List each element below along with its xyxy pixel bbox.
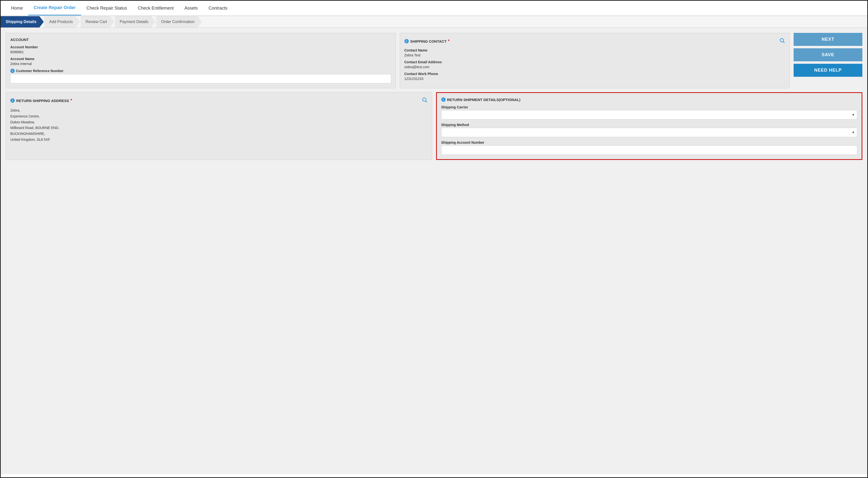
step-order-confirmation[interactable]: Order Confirmation <box>156 16 202 28</box>
nav-check-repair-status[interactable]: Check Repair Status <box>81 1 132 15</box>
return-shipment-details-card: i RETURN SHIPMENT DETAILS(OPTIONAL) Ship… <box>436 92 863 160</box>
svg-line-3 <box>426 101 427 103</box>
shipping-method-select[interactable] <box>441 128 858 137</box>
contact-phone-value: 1231231233 <box>404 77 785 81</box>
shipping-contact-search-button[interactable] <box>779 37 785 45</box>
contact-name-value: Zebra Test <box>404 53 785 57</box>
step-payment-details[interactable]: Payment Details <box>115 16 156 28</box>
shipping-carrier-select-wrapper <box>441 110 858 120</box>
return-shipment-title-text: RETURN SHIPMENT DETAILS(OPTIONAL) <box>447 98 521 102</box>
nav-check-entitlement[interactable]: Check Entitlement <box>132 1 179 15</box>
svg-point-2 <box>423 98 426 101</box>
account-card-title: ACCOUNT <box>10 37 391 42</box>
customer-ref-info-icon: i <box>10 69 15 73</box>
shipping-account-number-input[interactable] <box>441 145 858 155</box>
main-content: ACCOUNT Account Number 6088861 Account N… <box>1 28 867 474</box>
account-card: ACCOUNT Account Number 6088861 Account N… <box>6 33 396 88</box>
bottom-row: i RETURN SHIPPING ADDRESS * Zebra, Exper… <box>6 92 862 160</box>
account-number-value: 6088861 <box>10 50 391 54</box>
shipping-method-select-wrapper <box>441 128 858 137</box>
shipping-contact-info-icon: i <box>404 39 409 43</box>
contact-name-label: Contact Name <box>404 48 785 52</box>
shipping-contact-card: i SHIPPING CONTACT * Contact Name Zebra … <box>400 33 790 88</box>
nav-assets[interactable]: Assets <box>179 1 203 15</box>
nav-contracts[interactable]: Contracts <box>203 1 233 15</box>
contact-phone-label: Contact Work Phone <box>404 72 785 76</box>
return-address-title-text: RETURN SHIPPING ADDRESS <box>16 99 69 103</box>
steps-bar: Shipping Details Add Products Review Car… <box>1 16 867 28</box>
contact-email-value: zebra@test.com <box>404 65 785 69</box>
svg-point-0 <box>780 38 783 42</box>
return-shipment-info-icon: i <box>441 97 446 102</box>
customer-ref-input[interactable] <box>10 74 391 83</box>
step-add-products[interactable]: Add Products <box>44 16 80 28</box>
need-help-button[interactable]: NEED HELP <box>794 64 862 77</box>
shipping-carrier-label: Shipping Carrier <box>441 105 858 109</box>
svg-line-1 <box>783 42 785 43</box>
account-title-text: ACCOUNT <box>10 37 29 42</box>
return-address-required: * <box>70 98 72 103</box>
account-name-value: Zebra Internal <box>10 62 391 66</box>
shipping-contact-title: i SHIPPING CONTACT * <box>404 37 785 45</box>
shipping-account-number-label: Shipping Account Number <box>441 140 858 144</box>
top-navigation: Home Create Repair Order Check Repair St… <box>1 1 867 16</box>
step-shipping-details[interactable]: Shipping Details <box>1 16 44 28</box>
save-button[interactable]: SAVE <box>794 48 862 61</box>
contact-email-label: Contact Email Address <box>404 60 785 64</box>
nav-home[interactable]: Home <box>6 1 28 15</box>
nav-create-repair-order[interactable]: Create Repair Order <box>28 1 81 15</box>
account-name-label: Account Name <box>10 57 391 61</box>
return-address-text: Zebra, Experience Centre, Dukes Meadow, … <box>10 108 428 143</box>
next-button[interactable]: NEXT <box>794 33 862 46</box>
return-shipping-address-card: i RETURN SHIPPING ADDRESS * Zebra, Exper… <box>6 92 432 160</box>
return-shipment-title: i RETURN SHIPMENT DETAILS(OPTIONAL) <box>441 97 858 102</box>
shipping-contact-required: * <box>448 39 450 43</box>
shipping-method-label: Shipping Method <box>441 123 858 127</box>
right-panel: NEXT SAVE NEED HELP <box>794 33 862 88</box>
shipping-carrier-select[interactable] <box>441 110 858 120</box>
return-address-search-button[interactable] <box>422 97 428 104</box>
customer-ref-label: i Customer Reference Number <box>10 69 391 73</box>
step-review-cart[interactable]: Review Cart <box>81 16 114 28</box>
return-address-title: i RETURN SHIPPING ADDRESS * <box>10 97 428 104</box>
return-address-info-icon: i <box>10 98 15 103</box>
account-number-label: Account Number <box>10 45 391 49</box>
shipping-contact-title-text: SHIPPING CONTACT <box>410 39 447 43</box>
